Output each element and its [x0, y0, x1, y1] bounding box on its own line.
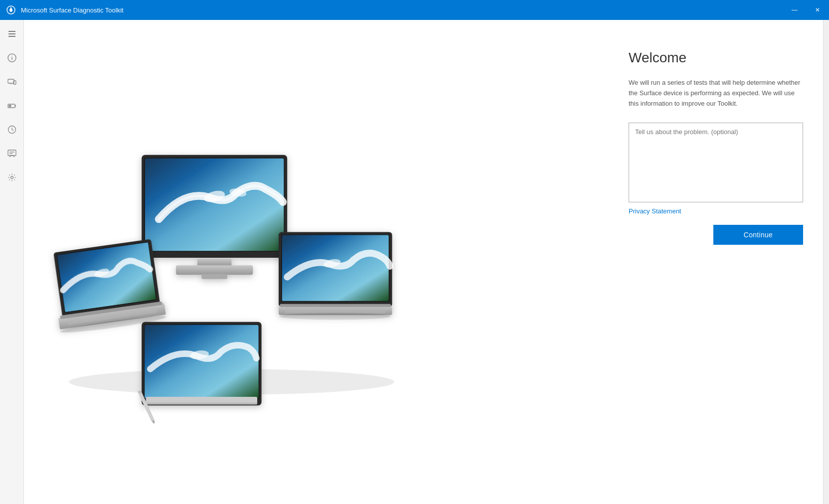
devices-illustration — [39, 40, 424, 484]
svg-rect-42 — [285, 308, 386, 314]
svg-rect-27 — [176, 265, 253, 275]
sidebar-item-info[interactable] — [2, 48, 22, 68]
info-icon — [7, 53, 17, 63]
sidebar-item-feedback[interactable] — [2, 144, 22, 164]
app-body: Welcome We will run a series of tests th… — [0, 20, 829, 504]
feedback-icon — [7, 149, 17, 159]
svg-rect-16 — [8, 150, 16, 156]
close-button[interactable]: ✕ — [806, 0, 829, 20]
minimize-button[interactable]: — — [783, 0, 806, 20]
svg-rect-43 — [280, 304, 391, 307]
svg-point-7 — [11, 56, 12, 57]
app-title: Microsoft Surface Diagnostic Toolkit — [21, 6, 823, 14]
scrollbar[interactable] — [823, 20, 829, 504]
svg-rect-50 — [146, 402, 257, 404]
window-controls: — ✕ — [783, 0, 829, 20]
devices-icon — [7, 77, 17, 87]
welcome-description: We will run a series of tests that will … — [629, 78, 803, 109]
svg-rect-8 — [8, 79, 14, 83]
sidebar-item-battery[interactable] — [2, 96, 22, 116]
problem-textarea[interactable] — [629, 123, 803, 202]
welcome-title: Welcome — [629, 50, 803, 66]
svg-rect-28 — [201, 274, 227, 279]
menu-icon — [7, 29, 17, 39]
sidebar-item-history[interactable] — [2, 120, 22, 140]
sidebar — [0, 20, 24, 504]
title-bar-logo — [6, 5, 16, 15]
sidebar-item-devices[interactable] — [2, 72, 22, 92]
svg-rect-14 — [8, 105, 11, 107]
sidebar-item-menu[interactable] — [2, 24, 22, 44]
main-content: Welcome We will run a series of tests th… — [24, 20, 829, 504]
svg-point-19 — [10, 176, 13, 179]
sidebar-item-settings[interactable] — [2, 168, 22, 187]
svg-rect-23 — [145, 159, 284, 251]
history-icon — [7, 125, 17, 135]
devices-svg — [39, 40, 424, 484]
privacy-statement-link[interactable]: Privacy Statement — [629, 207, 803, 215]
svg-rect-26 — [197, 259, 232, 266]
settings-icon — [7, 172, 17, 182]
continue-button[interactable]: Continue — [713, 225, 803, 245]
battery-icon — [7, 101, 17, 111]
hero-area — [24, 20, 614, 504]
title-bar: Microsoft Surface Diagnostic Toolkit — ✕ — [0, 0, 829, 20]
svg-point-44 — [280, 313, 391, 320]
right-panel: Welcome We will run a series of tests th… — [614, 20, 823, 504]
